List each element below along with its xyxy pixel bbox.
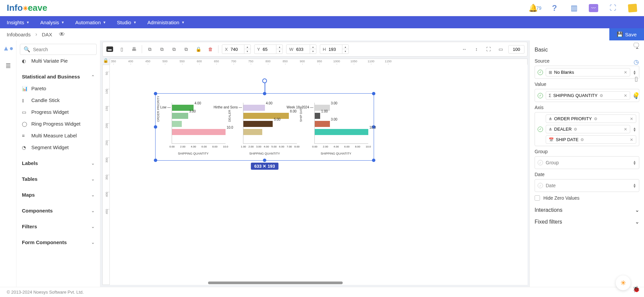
item-multi-measure[interactable]: ≡Multi Measure Label <box>20 130 97 141</box>
hide-zero-checkbox[interactable] <box>535 195 540 201</box>
x-down[interactable]: ▼ <box>244 49 250 54</box>
paste-button[interactable]: ⧉ <box>158 45 166 54</box>
zoom-value[interactable]: 100 <box>508 45 524 54</box>
w-input[interactable] <box>296 47 310 52</box>
axis-field[interactable]: ⋔ORDER PRIORITY⚙✕ ✓ ⋔DEALER⚙✕ ▲▼ 📅SHIP D… <box>535 112 639 146</box>
horizontal-scrollbar[interactable] <box>208 282 343 284</box>
save-button[interactable]: 💾Save <box>609 28 644 40</box>
item-multi-variate-pie[interactable]: ◐Multi Variate Pie <box>20 55 97 67</box>
search-box[interactable]: 🔍 <box>20 44 97 55</box>
expand-button[interactable]: ⛶ <box>484 45 493 54</box>
rail-toggle-button[interactable]: ▯ <box>632 74 641 84</box>
assist-button[interactable]: ✳ <box>616 275 631 290</box>
category-statistical[interactable]: Statistical and Business⌃ <box>20 71 97 82</box>
handle-tl[interactable] <box>154 92 157 95</box>
handle-bc[interactable] <box>263 159 266 162</box>
value-field[interactable]: ✓ ΣSHIPPING QUANTITY⚙✕ ▲▼ <box>535 89 639 102</box>
section-fixed-filters[interactable]: Fixed filters⌄ <box>535 216 639 228</box>
handle-tr[interactable] <box>372 92 375 95</box>
nav-administration[interactable]: Administration▼ <box>147 20 185 25</box>
rotate-handle[interactable] <box>262 78 267 83</box>
value-pill[interactable]: ΣSHIPPING QUANTITY⚙✕ <box>546 91 630 100</box>
nav-analysis[interactable]: Analysis▼ <box>40 20 65 25</box>
canvas-lock-icon[interactable]: 🔒 <box>103 58 108 63</box>
category-filters[interactable]: Filters⌄ <box>20 221 97 232</box>
hide-zero-row[interactable]: Hide Zero Values <box>535 195 639 201</box>
align-h-button[interactable]: ↔ <box>460 45 469 54</box>
item-segment-widget[interactable]: ◔Segment Widget <box>20 141 97 153</box>
display-tablet-button[interactable]: ▯ <box>117 45 126 54</box>
y-input[interactable] <box>263 47 276 52</box>
fit-button[interactable]: ▭ <box>496 45 505 54</box>
y-up[interactable]: ▲ <box>276 45 282 49</box>
axis-pill-2[interactable]: ⋔DEALER⚙✕ <box>546 125 630 133</box>
rail-bulb-button[interactable]: 💡 <box>632 91 641 100</box>
category-labels[interactable]: Labels⌄ <box>20 157 97 169</box>
section-interactions[interactable]: Interactions⌄ <box>535 204 639 216</box>
source-pill[interactable]: ⊞No Blanks✕ <box>546 68 630 76</box>
logo[interactable]: Info✳eave <box>7 3 47 13</box>
nav-studio[interactable]: Studio▼ <box>117 20 136 25</box>
x-up[interactable]: ▲ <box>244 45 250 49</box>
search-input[interactable] <box>33 47 93 52</box>
h-down[interactable]: ▼ <box>342 49 348 54</box>
monitor-button[interactable]: 〰 <box>589 3 598 13</box>
item-candle-stick[interactable]: ⫿Candle Stick <box>20 94 97 106</box>
axis-pill-1[interactable]: ⋔ORDER PRIORITY⚙✕ <box>546 114 636 123</box>
breadcrumb-root[interactable]: Infoboards <box>7 32 31 37</box>
print-button[interactable]: 🖶 <box>130 45 138 54</box>
remove-axis2[interactable]: ✕ <box>624 127 627 132</box>
y-down[interactable]: ▼ <box>276 49 282 54</box>
group-input[interactable] <box>546 160 630 165</box>
item-ring-progress[interactable]: ◯Ring Progress Widget <box>20 118 97 130</box>
remove-value[interactable]: ✕ <box>624 93 627 98</box>
handle-bl[interactable] <box>154 159 157 162</box>
value-settings[interactable]: ⚙ <box>600 93 603 98</box>
shapes-tab[interactable]: ▲● <box>3 44 13 52</box>
canvas[interactable]: 633 ✕ 193 ORDER PRIORITYSHIPPING QUANTIT… <box>110 65 528 285</box>
w-down[interactable]: ▼ <box>310 49 316 54</box>
help-button[interactable]: ? <box>550 3 559 13</box>
delete-button[interactable]: 🗑 <box>206 45 215 54</box>
axis-selector[interactable]: ▲▼ <box>633 127 636 132</box>
category-form-components[interactable]: Form Components⌄ <box>20 236 97 248</box>
duplicate-button[interactable]: ⧉ <box>182 45 191 54</box>
group-selector[interactable]: ▲▼ <box>633 160 636 165</box>
category-components[interactable]: Components⌄ <box>20 205 97 217</box>
library-button[interactable]: ▥ <box>569 3 579 13</box>
rail-gauge-button[interactable]: ◷ <box>632 57 641 67</box>
handle-br[interactable] <box>372 159 375 162</box>
date-field[interactable]: ✓ ▲▼ <box>535 179 639 192</box>
item-progress-widget[interactable]: ▭Progress Widget <box>20 106 97 118</box>
lock-button[interactable]: 🔒 <box>194 45 203 54</box>
w-up[interactable]: ▲ <box>310 45 316 49</box>
x-input[interactable] <box>231 47 244 52</box>
display-desktop-button[interactable]: ▬ <box>105 45 114 54</box>
notes-button[interactable] <box>628 3 637 13</box>
notifications-button[interactable]: 🔔79 <box>530 3 540 13</box>
handle-tc[interactable] <box>263 92 266 95</box>
remove-axis3[interactable]: ✕ <box>630 137 633 142</box>
category-tables[interactable]: Tables⌄ <box>20 173 97 185</box>
nav-automation[interactable]: Automation▼ <box>75 20 106 25</box>
date-input[interactable] <box>546 183 630 188</box>
align-v-button[interactable]: ↕ <box>472 45 481 54</box>
axis3-settings[interactable]: ⚙ <box>580 137 584 142</box>
axis1-settings[interactable]: ⚙ <box>594 117 598 121</box>
nav-insights[interactable]: Insights▼ <box>7 20 30 25</box>
h-up[interactable]: ▲ <box>342 45 348 49</box>
source-field[interactable]: ✓ ⊞No Blanks✕ ▲▼ <box>535 66 639 79</box>
axis-pill-3[interactable]: 📅SHIP DATE⚙✕ <box>546 135 636 144</box>
section-basic[interactable]: Basic⌃ <box>535 44 639 56</box>
remove-axis1[interactable]: ✕ <box>630 117 633 121</box>
item-pareto[interactable]: 📊Pareto <box>20 82 97 94</box>
fullscreen-button[interactable]: ⛶ <box>608 3 618 13</box>
layers-tab[interactable]: ≣ <box>5 62 11 70</box>
rail-style-button[interactable]: 🖵 <box>632 40 641 50</box>
preview-button[interactable]: 👁 <box>59 31 65 38</box>
selected-widget[interactable]: 633 ✕ 193 ORDER PRIORITYSHIPPING QUANTIT… <box>155 93 374 161</box>
h-input[interactable] <box>329 47 342 52</box>
cut-button[interactable]: ⧉ <box>170 45 178 54</box>
group-field[interactable]: ✓ ▲▼ <box>535 156 639 169</box>
remove-source[interactable]: ✕ <box>624 70 627 75</box>
